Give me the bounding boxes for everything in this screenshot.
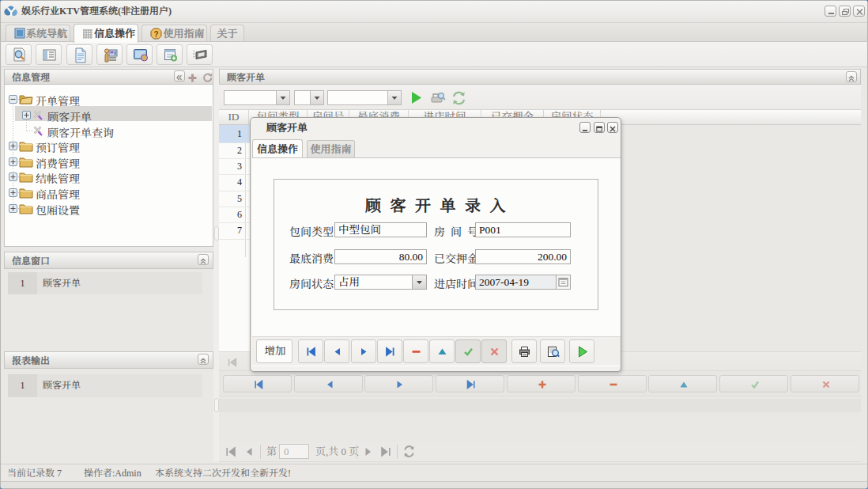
svg-text:?: ? bbox=[153, 30, 158, 39]
